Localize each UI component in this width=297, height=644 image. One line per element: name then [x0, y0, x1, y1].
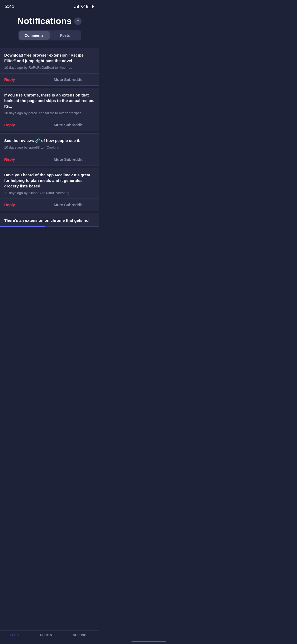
- mute-button-1[interactable]: Mute Subreddit: [50, 73, 99, 85]
- reply-button-2[interactable]: Reply: [0, 119, 50, 131]
- reply-button-1[interactable]: Reply: [0, 73, 50, 85]
- battery-icon: [86, 5, 94, 8]
- status-icons: [74, 5, 94, 9]
- wifi-icon: [81, 5, 85, 9]
- notifications-list: Download free browser extension "Recipe …: [0, 48, 99, 227]
- card-meta-1: 10 days ago by RoRoRoDatBoat to r/memes: [4, 66, 95, 70]
- loading-bar-fill: [0, 226, 45, 227]
- card-text-2: If you use Chrome, there is an extension…: [4, 92, 95, 109]
- notification-card-2: If you use Chrome, there is an extension…: [0, 88, 99, 131]
- notification-card-3: See the reviews 🔗 of how people use it. …: [0, 133, 99, 165]
- card-actions-1: Reply Mute Subreddit: [0, 73, 99, 85]
- page-title: Notifications: [17, 16, 72, 26]
- card-actions-2: Reply Mute Subreddit: [0, 119, 99, 131]
- card-meta-3: 10 days ago by spire88 to r/Cooking: [4, 145, 95, 149]
- loading-bar: [0, 226, 99, 227]
- header: Notifications ? Comments Posts: [0, 12, 99, 46]
- card-actions-3: Reply Mute Subreddit: [0, 153, 99, 165]
- status-bar: 2:41: [0, 0, 99, 12]
- card-text-3: See the reviews 🔗 of how people use it.: [4, 138, 95, 143]
- reply-button-4[interactable]: Reply: [0, 199, 50, 211]
- mute-button-2[interactable]: Mute Subreddit: [50, 119, 99, 131]
- card-text-4: Have you heard of the app Mealime? It's …: [4, 172, 95, 189]
- notification-card-partial: There's an extension on chrome that gets…: [0, 213, 99, 227]
- card-text-partial: There's an extension on chrome that gets…: [4, 218, 95, 223]
- notification-card-4: Have you heard of the app Mealime? It's …: [0, 168, 99, 211]
- card-actions-4: Reply Mute Subreddit: [0, 199, 99, 211]
- mute-button-3[interactable]: Mute Subreddit: [50, 153, 99, 165]
- mute-button-4[interactable]: Mute Subreddit: [50, 199, 99, 211]
- tab-posts[interactable]: Posts: [50, 31, 81, 40]
- tab-switcher: Comments Posts: [18, 30, 81, 40]
- card-text-1: Download free browser extension "Recipe …: [4, 52, 95, 63]
- notification-card-1: Download free browser extension "Recipe …: [0, 48, 99, 86]
- reply-button-3[interactable]: Reply: [0, 153, 50, 165]
- status-time: 2:41: [5, 4, 14, 9]
- content-area: Download free browser extension "Recipe …: [0, 48, 99, 251]
- card-meta-2: 10 days ago by porco_capitalisto to r/ve…: [4, 111, 95, 115]
- help-icon[interactable]: ?: [74, 17, 82, 25]
- signal-icon: [74, 5, 79, 8]
- header-title-row: Notifications ?: [5, 16, 94, 26]
- card-meta-4: 11 days ago by elianna7 to r/intuitiveea…: [4, 191, 95, 195]
- tab-comments[interactable]: Comments: [19, 31, 50, 40]
